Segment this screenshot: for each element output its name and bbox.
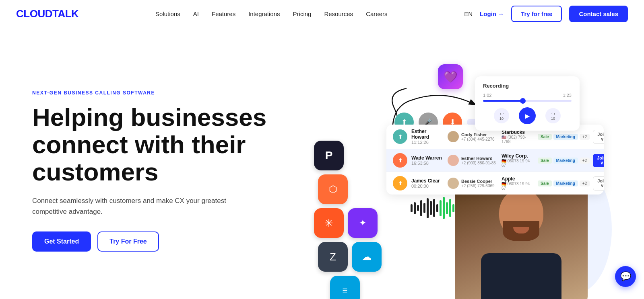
heart-icon: 💜 xyxy=(444,70,458,84)
hero-description: Connect seamlessly with customers and ma… xyxy=(32,195,233,217)
call-time: 11:12:26 xyxy=(411,140,444,145)
company-info: Apple 🇩🇪 06073 19 94 67 xyxy=(502,176,534,190)
agent-info: Bessie Cooper +2 (256) 729-6369 xyxy=(448,178,496,189)
play-icon: ▶ xyxy=(525,112,530,120)
agent-number: +2 (903) 880-91-85 xyxy=(461,161,496,165)
rec-progress-thumb[interactable] xyxy=(520,98,526,104)
avatar: ⬆ xyxy=(393,129,407,144)
skip-back-label: 10 xyxy=(500,117,504,121)
agent-number: +2 (256) 729-6369 xyxy=(461,184,495,188)
rec-skip-back-button[interactable]: ↩ 10 xyxy=(494,108,509,123)
hero-left: NEXT-GEN BUSINESS CALLING SOFTWARE Helpi… xyxy=(32,90,298,252)
chat-icon: 💬 xyxy=(620,271,631,282)
nav-try-free-button[interactable]: Try for free xyxy=(511,6,562,22)
caller-info: Esther Howard 11:12:26 xyxy=(411,129,444,145)
person-photo xyxy=(455,181,588,299)
integration-icon-asterisk: ✳ xyxy=(314,208,344,238)
tag-marketing: Marketing xyxy=(553,134,578,140)
join-button[interactable]: Join ∨ xyxy=(593,130,604,144)
caller-name: James Clear xyxy=(411,178,444,184)
caller-info: James Clear 00:20:00 xyxy=(411,178,444,188)
heart-bubble: 💜 xyxy=(438,64,463,89)
call-time: 16:53:58 xyxy=(411,161,444,166)
rec-play-button[interactable]: ▶ xyxy=(519,107,536,124)
rec-controls: ↩ 10 ▶ ↪ 10 xyxy=(483,107,572,124)
nav-pricing[interactable]: Pricing xyxy=(293,10,312,17)
agent-avatar xyxy=(448,155,459,166)
agent-name: Bessie Cooper xyxy=(461,179,495,184)
rec-time-end: 1:23 xyxy=(563,93,572,98)
nav-integrations[interactable]: Integrations xyxy=(248,10,280,17)
tag-plus: +2 xyxy=(580,134,590,140)
nav-contact-sales-button[interactable]: Contact sales xyxy=(569,6,628,22)
rec-progress-fill xyxy=(483,100,522,102)
table-row: ⬆ James Clear 00:20:00 Bessie Cooper +2 … xyxy=(386,172,604,195)
integration-icon-hubspot: ⬡ xyxy=(318,174,348,204)
try-free-hero-button[interactable]: Try For Free xyxy=(97,231,159,252)
agent-number: +7 (304) 445-2276 xyxy=(461,137,495,141)
skip-forward-icon: ↪ xyxy=(551,111,555,117)
logo: CLOUDTALK xyxy=(16,8,78,20)
agent-avatar xyxy=(448,131,459,142)
hero-right: 💜 Recording 1:02 1:23 ↩ 10 ▶ xyxy=(314,44,612,297)
company-num: 🇺🇸 (302) 793-1798 xyxy=(502,135,534,144)
table-row: ⬆ Wade Warren 16:53:58 Esther Howard +2 … xyxy=(386,149,604,172)
tag-marketing: Marketing xyxy=(553,180,578,186)
agent-avatar xyxy=(448,178,459,189)
recording-card: Recording 1:02 1:23 ↩ 10 ▶ ↪ 10 xyxy=(475,76,580,131)
call-time: 00:20:00 xyxy=(411,184,444,188)
company-num: 🇩🇪 06073 19 94 67 xyxy=(502,182,534,190)
hero-tagline: NEXT-GEN BUSINESS CALLING SOFTWARE xyxy=(32,90,298,96)
get-started-button[interactable]: Get Started xyxy=(32,231,91,252)
hero-title: Helping businesses connect with their cu… xyxy=(32,104,298,186)
call-tags: Sale Marketing +2 Join ∨ xyxy=(538,130,604,144)
recording-title: Recording xyxy=(483,83,572,89)
call-tags: Sale Marketing +2 Join ∨ xyxy=(538,176,604,190)
company-info: Wiley Corp. 🇩🇪 06073 19 94 67 xyxy=(502,153,534,168)
join-button-outline2[interactable]: Join ∨ xyxy=(593,176,604,190)
tag-marketing: Marketing xyxy=(553,158,578,164)
agent-info: Esther Howard +2 (903) 880-91-85 xyxy=(448,155,496,166)
hero-buttons: Get Started Try For Free xyxy=(32,231,298,252)
caller-name: Wade Warren xyxy=(411,155,444,161)
nav-ai[interactable]: AI xyxy=(193,10,199,17)
nav-solutions[interactable]: Solutions xyxy=(155,10,180,17)
avatar: ⬆ xyxy=(393,176,407,190)
integration-icon-producthunt: P xyxy=(314,141,344,170)
company-info: Starbucks 🇺🇸 (302) 793-1798 xyxy=(502,129,534,144)
rec-skip-forward-button[interactable]: ↪ 10 xyxy=(545,108,561,123)
chat-bubble-button[interactable]: 💬 xyxy=(615,266,636,287)
nav-careers[interactable]: Careers xyxy=(366,10,387,17)
company-name: Apple xyxy=(502,176,534,182)
nav-links: Solutions AI Features Integrations Prici… xyxy=(155,10,387,17)
integration-icon-purple: ✦ xyxy=(348,208,378,238)
nav-right: EN Login → Try for free Contact sales xyxy=(464,6,628,22)
call-tags: Sale Marketing +2 Join ∨ xyxy=(538,154,604,167)
skip-back-icon: ↩ xyxy=(500,111,504,117)
rec-time-labels: 1:02 1:23 xyxy=(483,93,572,98)
nav-login[interactable]: Login → xyxy=(480,10,504,17)
caller-name: Esther Howard xyxy=(411,129,444,140)
nav-resources[interactable]: Resources xyxy=(324,10,353,17)
agent-name: Esther Howard xyxy=(461,156,496,161)
tag-plus: +2 xyxy=(580,180,590,186)
avatar: ⬆ xyxy=(393,153,407,168)
call-list-panel: ⬆ Esther Howard 11:12:26 Cody Fisher +7 … xyxy=(386,125,604,195)
integration-icon-zendesk: Z xyxy=(318,242,348,272)
rec-time-start: 1:02 xyxy=(483,93,491,98)
tag-sale: Sale xyxy=(538,180,552,186)
nav-features[interactable]: Features xyxy=(212,10,235,17)
skip-forward-label: 10 xyxy=(551,117,555,121)
company-num: 🇩🇪 06073 19 94 67 xyxy=(502,159,534,168)
tag-sale: Sale xyxy=(538,134,552,140)
rec-progress-bar[interactable] xyxy=(483,100,572,102)
agent-name: Cody Fisher xyxy=(461,132,495,137)
hero-section: NEXT-GEN BUSINESS CALLING SOFTWARE Helpi… xyxy=(0,28,644,299)
agent-info: Cody Fisher +7 (304) 445-2276 xyxy=(448,131,496,142)
company-name: Wiley Corp. xyxy=(502,153,534,159)
nav-language[interactable]: EN xyxy=(464,10,473,17)
navbar: CLOUDTALK Solutions AI Features Integrat… xyxy=(0,0,644,28)
tag-plus: +2 xyxy=(580,158,590,164)
join-button-primary[interactable]: Join ∨ xyxy=(593,154,604,167)
integration-icon-salesforce: ☁ xyxy=(352,242,382,272)
